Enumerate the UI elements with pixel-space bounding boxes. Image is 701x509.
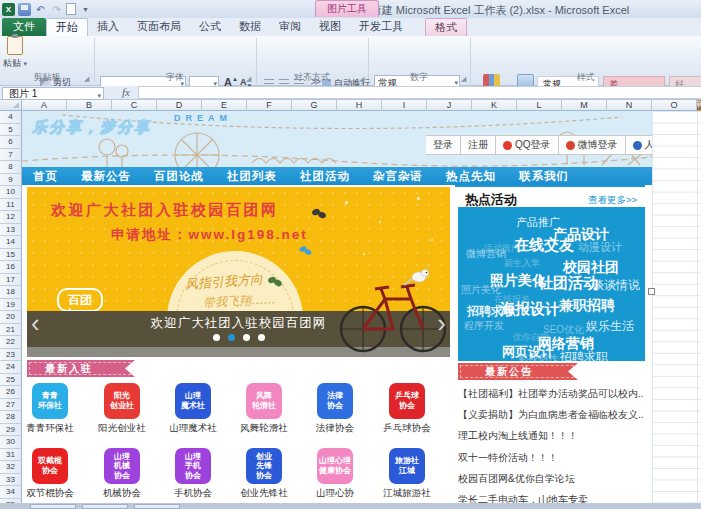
ribbon-tab[interactable]: 公式 xyxy=(190,18,230,36)
club-item[interactable]: 阳光 创业社 阳光创业社 xyxy=(90,383,154,435)
tag-cloud-item[interactable]: 社团活动 xyxy=(538,275,598,290)
nav-item[interactable]: 百团论战 xyxy=(154,169,204,184)
login-button[interactable]: 微博登录 xyxy=(559,135,626,155)
row-header[interactable]: 7 xyxy=(0,149,22,162)
column-header[interactable]: J xyxy=(427,100,472,111)
carousel-prev-arrow[interactable]: ‹ xyxy=(31,305,40,341)
row-header[interactable]: 18 xyxy=(0,286,22,299)
tag-cloud-item[interactable]: SEO优化 xyxy=(543,325,584,335)
club-item[interactable]: 山理 魔术社 山理魔术社 xyxy=(161,383,225,435)
column-header[interactable]: O xyxy=(652,100,697,111)
select-all-corner[interactable] xyxy=(0,100,22,111)
nav-item[interactable]: 最新公告 xyxy=(81,169,131,184)
tag-cloud-item[interactable]: 兼职招聘 xyxy=(559,298,615,312)
announcement-item[interactable]: 学长二手电动车，山地车专卖 xyxy=(458,489,644,503)
carousel-dot[interactable] xyxy=(228,334,235,341)
save-icon[interactable] xyxy=(18,3,31,16)
announcement-item[interactable]: 理工校内淘上线通知！！！ xyxy=(458,426,644,447)
club-item[interactable]: 旅游社 江城 江城旅游社 xyxy=(375,448,439,500)
ribbon-tab[interactable]: 插入 xyxy=(88,18,128,36)
sheet-tab[interactable] xyxy=(30,504,76,509)
alignment-dialog-launcher[interactable]: ◢ xyxy=(359,75,364,83)
row-header[interactable]: 26 xyxy=(0,386,22,399)
row-header[interactable]: 27 xyxy=(0,399,22,412)
column-header[interactable]: N xyxy=(607,100,652,111)
column-header[interactable]: K xyxy=(472,100,517,111)
club-item[interactable]: 风舞 轮滑社 风舞轮滑社 xyxy=(232,383,296,435)
new-document-icon[interactable] xyxy=(66,3,76,15)
ribbon-tab[interactable]: 开发工具 xyxy=(350,18,412,36)
row-header[interactable]: 23 xyxy=(0,349,22,362)
nav-item[interactable]: 联系我们 xyxy=(519,169,569,184)
carousel-dot[interactable] xyxy=(213,334,220,341)
column-header[interactable]: H xyxy=(337,100,382,111)
tag-cloud-item[interactable]: 谈谈情说 xyxy=(592,279,640,291)
row-header[interactable]: 14 xyxy=(0,236,22,249)
redo-icon[interactable]: ↷ xyxy=(50,3,63,16)
ribbon-tab[interactable]: 数据 xyxy=(230,18,270,36)
row-header[interactable]: 28 xyxy=(0,411,22,424)
row-header[interactable]: 8 xyxy=(0,161,22,174)
row-header[interactable]: 15 xyxy=(0,249,22,262)
club-item[interactable]: 山理 手机 协会 手机协会 xyxy=(161,448,225,500)
login-button[interactable]: 人人登录 xyxy=(626,135,652,155)
picture-selection-handle[interactable] xyxy=(648,288,655,295)
login-button[interactable]: QQ登录 xyxy=(496,135,559,155)
nav-item[interactable]: 首页 xyxy=(33,169,58,184)
view-more-link[interactable]: 查看更多>> xyxy=(588,194,637,207)
row-header[interactable]: 5 xyxy=(0,124,22,137)
nav-item[interactable]: 社团活动 xyxy=(300,169,350,184)
column-header[interactable]: F xyxy=(247,100,292,111)
column-header[interactable]: E xyxy=(202,100,247,111)
clipboard-dialog-launcher[interactable]: ◢ xyxy=(84,75,89,83)
row-header[interactable]: 22 xyxy=(0,336,22,349)
carousel-dot[interactable] xyxy=(243,334,250,341)
column-header[interactable]: C xyxy=(112,100,157,111)
club-item[interactable]: 山理 机械 协会 机械协会 xyxy=(90,448,154,500)
row-header[interactable]: 25 xyxy=(0,374,22,387)
row-header[interactable]: 9 xyxy=(0,174,22,187)
row-header[interactable]: 20 xyxy=(0,311,22,324)
tag-cloud-item[interactable]: 校园社团 xyxy=(563,260,619,274)
ribbon-tab[interactable]: 开始 xyxy=(46,18,88,36)
sheet-tab[interactable] xyxy=(134,504,180,509)
row-header[interactable]: 16 xyxy=(0,261,22,274)
announcement-item[interactable]: 校园百团网&优你自学论坛 xyxy=(458,468,644,489)
tag-cloud-item[interactable]: 娱乐生活 xyxy=(586,320,634,332)
club-item[interactable]: 山理心理 健康协会 山理心协 xyxy=(303,448,367,500)
row-header[interactable]: 21 xyxy=(0,324,22,337)
number-dialog-launcher[interactable]: ◢ xyxy=(461,75,466,83)
nav-item[interactable]: 热点先知 xyxy=(446,169,496,184)
carousel-dot[interactable] xyxy=(258,334,265,341)
column-header[interactable]: G xyxy=(292,100,337,111)
tag-cloud-item[interactable]: 影视创作 xyxy=(518,354,558,361)
row-header[interactable]: 34 xyxy=(0,486,22,499)
tag-cloud-item[interactable]: 在线交友 xyxy=(514,237,574,252)
ribbon-tab[interactable]: 审阅 xyxy=(270,18,310,36)
tag-cloud-item[interactable]: 微博营销 xyxy=(466,249,506,259)
announcement-item[interactable]: 【社团福利】社团举办活动奖品可以校内... xyxy=(458,383,644,404)
row-header[interactable]: 13 xyxy=(0,224,22,237)
row-header[interactable]: 4 xyxy=(0,111,22,124)
row-header[interactable]: 30 xyxy=(0,436,22,449)
paste-button[interactable]: 粘贴 ▾ xyxy=(0,36,30,70)
row-header[interactable]: 10 xyxy=(0,186,22,199)
row-header[interactable]: 11 xyxy=(0,199,22,212)
announcement-item[interactable]: 【义卖捐助】为白血病患者金福临校友义... xyxy=(458,404,644,425)
row-header[interactable]: 32 xyxy=(0,461,22,474)
club-item[interactable]: 创业 先锋 协会 创业先锋社 xyxy=(232,448,296,500)
club-item[interactable]: 乒乓球 协会 乒乓球协会 xyxy=(375,383,439,435)
row-header[interactable]: 29 xyxy=(0,424,22,437)
column-header[interactable]: M xyxy=(562,100,607,111)
announcement-item[interactable]: 双十一特价活动！！！ xyxy=(458,447,644,468)
undo-icon[interactable]: ↶ xyxy=(34,3,47,16)
tag-cloud-item[interactable]: 海报设计 xyxy=(500,301,560,316)
formula-input[interactable] xyxy=(138,86,701,99)
row-header[interactable]: 17 xyxy=(0,274,22,287)
nav-item[interactable]: 杂言杂语 xyxy=(373,169,423,184)
sheet-tab[interactable] xyxy=(82,504,128,509)
login-button[interactable]: 注册 xyxy=(461,135,496,155)
embedded-picture-website[interactable]: 乐分享，梦分享 DREAM 登录注册QQ登录微博登录人人登录 首页最新公告百团论… xyxy=(22,111,652,503)
tag-cloud-item[interactable]: 动漫设计 xyxy=(578,242,622,253)
column-header[interactable]: B xyxy=(67,100,112,111)
